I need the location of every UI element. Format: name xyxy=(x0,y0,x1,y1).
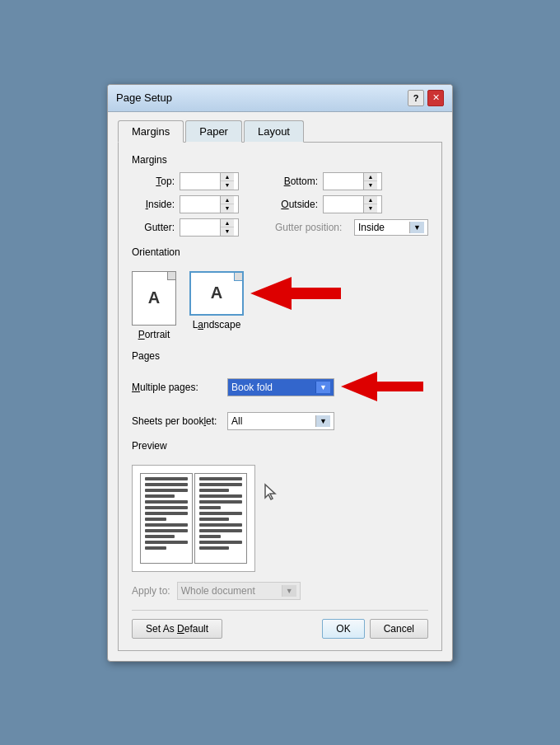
top-spinner-buttons: ▲ ▼ xyxy=(220,173,234,190)
sheets-per-booklet-dropdown[interactable]: All ▼ xyxy=(227,412,334,430)
gutter-pos-arrow-icon: ▼ xyxy=(409,222,424,233)
inside-spinner[interactable]: 1" ▲ ▼ xyxy=(180,195,239,213)
text-line-r4 xyxy=(199,494,242,498)
text-line-r8 xyxy=(199,518,229,521)
close-button[interactable]: ✕ xyxy=(427,90,444,106)
inside-down-btn[interactable]: ▼ xyxy=(221,204,234,213)
gutter-pos-field-row: Gutter position: Inside ▼ xyxy=(275,218,428,237)
dialog-body: Margins Paper Layout Margins Top: 1" ▲ ▼ xyxy=(108,112,452,661)
text-line-r12 xyxy=(199,541,242,544)
apply-label: Apply to: xyxy=(132,585,170,597)
preview-box xyxy=(132,465,255,572)
preview-area xyxy=(132,458,428,572)
book-preview xyxy=(140,473,247,564)
svg-marker-0 xyxy=(250,277,341,310)
portrait-option[interactable]: A Portrait xyxy=(132,271,176,340)
multiple-pages-dropdown[interactable]: Book fold ▼ xyxy=(227,378,334,396)
text-line-r7 xyxy=(199,512,242,515)
ok-button[interactable]: OK xyxy=(322,619,364,639)
text-line-12 xyxy=(145,541,188,544)
ok-cancel-group: OK Cancel xyxy=(322,619,428,639)
inside-up-btn[interactable]: ▲ xyxy=(221,196,234,204)
sheets-per-booklet-label: Sheets per booklet: xyxy=(132,415,222,427)
text-line-9 xyxy=(145,523,188,527)
cancel-button[interactable]: Cancel xyxy=(370,619,428,639)
set-default-button[interactable]: Set As Default xyxy=(132,619,222,639)
sheets-per-booklet-value: All xyxy=(231,415,242,427)
bookfold-arrow xyxy=(341,368,423,407)
top-up-btn[interactable]: ▲ xyxy=(221,173,234,181)
svg-marker-1 xyxy=(341,372,423,401)
top-spinner[interactable]: 1" ▲ ▼ xyxy=(180,172,239,190)
text-line-r1 xyxy=(199,477,242,480)
cursor-indicator xyxy=(264,483,278,504)
multiple-pages-row: Multiple pages: Book fold ▼ xyxy=(132,368,428,407)
tab-content: Margins Top: 1" ▲ ▼ Bottom: xyxy=(118,142,442,651)
inside-field-row: Inside: 1" ▲ ▼ xyxy=(132,195,259,213)
gutter-pos-label: Gutter position: xyxy=(275,222,349,233)
title-bar: Page Setup ? ✕ xyxy=(108,85,452,112)
gutter-input[interactable]: 0" xyxy=(180,220,220,235)
inside-input[interactable]: 1" xyxy=(180,197,220,212)
outside-up-btn[interactable]: ▲ xyxy=(364,196,377,204)
separator xyxy=(132,610,428,611)
gutter-down-btn[interactable]: ▼ xyxy=(221,227,234,236)
text-line-r6 xyxy=(199,506,221,509)
bottom-down-btn[interactable]: ▼ xyxy=(364,181,377,190)
text-line-r13 xyxy=(199,546,229,550)
apply-dropdown[interactable]: Whole document ▼ xyxy=(177,582,301,600)
text-line-5 xyxy=(145,500,188,504)
orientation-section-label: Orientation xyxy=(132,246,428,258)
tab-bar: Margins Paper Layout xyxy=(118,120,442,143)
outside-label: Outside: xyxy=(275,199,318,210)
apply-dropdown-arrow-icon: ▼ xyxy=(282,585,296,597)
landscape-arrow xyxy=(250,273,341,314)
portrait-letter: A xyxy=(148,288,160,307)
gutter-pos-dropdown[interactable]: Inside ▼ xyxy=(354,219,428,236)
top-down-btn[interactable]: ▼ xyxy=(221,181,234,190)
text-line-4 xyxy=(145,494,175,498)
landscape-option[interactable]: A Landscape xyxy=(189,271,244,340)
gutter-up-btn[interactable]: ▲ xyxy=(221,219,234,227)
orientation-options: A Portrait A Landscape xyxy=(132,271,244,340)
sheets-per-booklet-row: Sheets per booklet: All ▼ xyxy=(132,412,428,430)
apply-value: Whole document xyxy=(181,585,255,597)
text-line-r11 xyxy=(199,535,221,538)
orientation-section: Orientation A Portrait xyxy=(132,246,428,340)
outside-input[interactable]: 1" xyxy=(324,197,363,212)
top-input[interactable]: 1" xyxy=(180,174,220,189)
multiple-pages-label: Multiple pages: xyxy=(132,382,222,393)
text-line-8 xyxy=(145,518,166,521)
text-line-2 xyxy=(145,483,188,486)
outside-down-btn[interactable]: ▼ xyxy=(364,204,377,213)
landscape-letter: A xyxy=(211,283,222,302)
preview-section-label: Preview xyxy=(132,440,428,452)
multiple-pages-value: Book fold xyxy=(231,382,273,393)
inside-spinner-buttons: ▲ ▼ xyxy=(220,196,234,213)
text-line-r10 xyxy=(199,529,242,532)
gutter-pos-value: Inside xyxy=(358,222,385,233)
set-default-underline: D xyxy=(177,623,184,635)
tab-margins[interactable]: Margins xyxy=(118,120,184,143)
red-arrow-landscape-icon xyxy=(250,273,341,314)
multiple-pages-inner-row: Multiple pages: Book fold ▼ xyxy=(132,378,334,396)
inside-label: Inside: xyxy=(132,199,175,210)
tab-paper[interactable]: Paper xyxy=(185,120,242,143)
dialog-title: Page Setup xyxy=(116,91,172,104)
apply-row: Apply to: Whole document ▼ xyxy=(132,582,428,600)
bottom-up-btn[interactable]: ▲ xyxy=(364,173,377,181)
bottom-spinner-buttons: ▲ ▼ xyxy=(363,173,377,190)
help-button[interactable]: ? xyxy=(408,90,424,106)
gutter-field-row: Gutter: 0" ▲ ▼ xyxy=(132,218,259,237)
pages-section: Pages Multiple pages: Book fold ▼ xyxy=(132,350,428,430)
gutter-spinner[interactable]: 0" ▲ ▼ xyxy=(180,218,239,237)
landscape-corner-fold xyxy=(234,273,242,281)
tab-layout[interactable]: Layout xyxy=(244,120,304,143)
bottom-spinner[interactable]: 1" ▲ ▼ xyxy=(323,172,382,190)
outside-spinner[interactable]: 1" ▲ ▼ xyxy=(323,195,382,213)
right-page xyxy=(194,473,247,564)
text-line-r5 xyxy=(199,500,242,504)
gutter-spinner-buttons: ▲ ▼ xyxy=(220,219,234,236)
bottom-input[interactable]: 1" xyxy=(324,174,363,189)
top-field-row: Top: 1" ▲ ▼ xyxy=(132,172,259,190)
